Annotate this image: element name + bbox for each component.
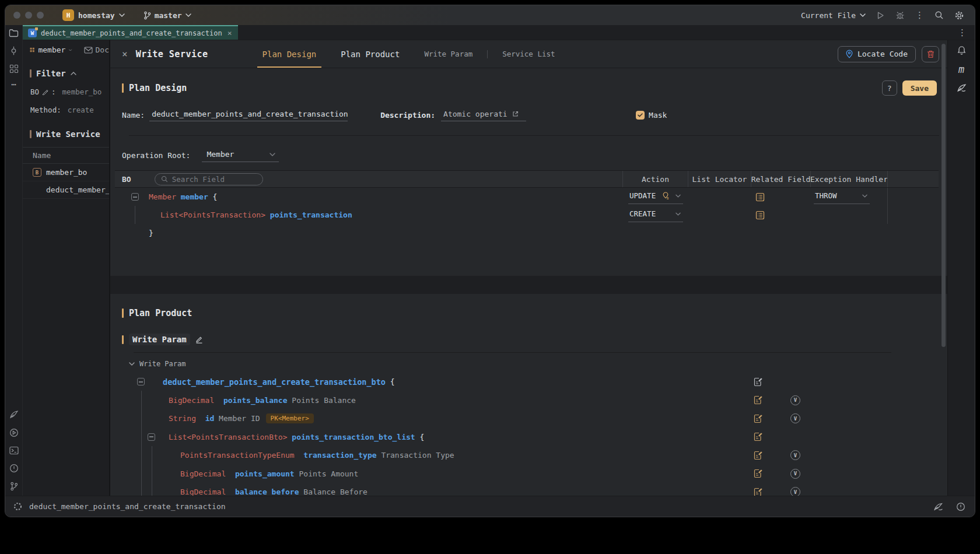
edit-pencil-icon[interactable] — [42, 89, 48, 95]
vertical-scrollbar[interactable] — [942, 44, 946, 347]
terminal-icon[interactable] — [9, 446, 19, 455]
validate-icon[interactable]: V — [790, 395, 800, 405]
delete-button[interactable] — [922, 46, 939, 62]
editor-options-kebab-icon[interactable]: ⋮ — [958, 27, 967, 38]
expand-editor-icon[interactable] — [512, 111, 519, 117]
editor-tab[interactable]: W deduct_member_points_and_create_transa… — [23, 25, 238, 40]
debug-icon[interactable] — [895, 11, 905, 20]
exception-handler-select[interactable]: THROW — [814, 190, 870, 204]
more-tool-windows-icon[interactable]: ⋯ — [11, 82, 16, 87]
tree-row[interactable]: String id Member ID PK<Member> — [110, 409, 947, 428]
method-filter-value[interactable]: create — [68, 106, 94, 114]
collapse-toggle-icon[interactable] — [148, 433, 155, 441]
problems-info-icon[interactable] — [956, 502, 965, 511]
branch-widget[interactable]: master — [144, 11, 191, 20]
action-select[interactable]: CREATE — [628, 208, 683, 222]
project-icon: H — [62, 9, 74, 21]
edit-note-icon[interactable] — [753, 414, 762, 423]
doc-tab[interactable]: Doc — [84, 45, 109, 54]
titlebar-more-menu-icon[interactable]: ⋮ — [915, 10, 924, 20]
close-detail-icon[interactable]: × — [122, 48, 128, 59]
search-input[interactable] — [172, 175, 248, 184]
related-field-list-icon[interactable] — [755, 192, 765, 202]
edit-note-icon[interactable] — [753, 488, 762, 496]
services-run-icon[interactable] — [9, 428, 19, 437]
tab-service-list[interactable]: Service List — [499, 40, 558, 68]
related-field-list-icon[interactable] — [755, 211, 765, 220]
tree-row[interactable]: List<PointsTransactionBto> points_transa… — [110, 428, 947, 447]
run-icon[interactable] — [876, 11, 885, 20]
tree-row[interactable]: deduct_member_points_and_create_transact… — [110, 373, 947, 391]
table-row[interactable]: List<PointsTransaction> points_transacti… — [115, 206, 939, 224]
structure-icon[interactable] — [9, 64, 19, 73]
edit-note-icon[interactable] — [753, 469, 762, 478]
edit-pencil-icon[interactable] — [195, 335, 203, 343]
validate-icon[interactable]: V — [790, 450, 800, 460]
chevron-down-icon — [186, 13, 191, 17]
window-close-button[interactable] — [13, 12, 20, 19]
list-item[interactable]: deduct_member_points_and_create_transact… — [23, 181, 109, 199]
collapse-toggle-icon[interactable] — [137, 378, 145, 385]
tree-row[interactable]: PointsTransactionTypeEnum transaction_ty… — [110, 446, 947, 465]
bo-filter-value[interactable]: member_bo — [62, 87, 102, 96]
help-button[interactable]: ? — [882, 80, 897, 96]
section-separator — [110, 276, 947, 294]
edit-note-icon[interactable] — [753, 451, 762, 460]
edit-note-icon[interactable] — [753, 377, 762, 387]
section-bar — [122, 335, 124, 344]
list-item[interactable]: B member_bo — [23, 164, 109, 181]
description-input[interactable]: Atomic operati — [441, 108, 526, 121]
notifications-bell-icon[interactable] — [957, 45, 967, 55]
bo-column-header: BO — [122, 175, 131, 184]
write-service-section-header[interactable]: Write Service — [30, 129, 109, 139]
assistant-quill-icon[interactable] — [9, 410, 19, 419]
run-configuration-select[interactable]: Current File — [801, 11, 866, 20]
divider — [129, 135, 939, 136]
table-row[interactable]: Member member { UPDATE — [115, 188, 939, 206]
tab-separator — [487, 50, 488, 58]
name-input[interactable]: deduct_member_points_and_create_transact… — [149, 108, 348, 121]
tree-row[interactable]: BigDecimal points_balance Points Balance — [110, 391, 947, 410]
locate-code-button[interactable]: Locate Code — [838, 46, 916, 62]
plan-design-table: BO Action List Locator — [115, 170, 939, 242]
operation-root-select[interactable]: Member — [202, 149, 279, 162]
plugin-bird-icon[interactable] — [957, 83, 967, 93]
search-icon[interactable] — [935, 10, 944, 20]
window-zoom-button[interactable] — [37, 12, 44, 19]
action-select[interactable]: UPDATE B — [628, 190, 683, 204]
project-folder-icon[interactable] — [9, 29, 19, 37]
svg-text:B: B — [667, 197, 669, 200]
module-select[interactable]: member — [38, 45, 65, 54]
validate-icon[interactable]: V — [790, 469, 800, 479]
project-widget[interactable]: H homestay — [62, 9, 125, 21]
ide-window: H homestay master Current File — [5, 5, 975, 517]
mask-checkbox[interactable] — [636, 111, 645, 120]
commit-icon[interactable] — [9, 46, 19, 55]
settings-gear-icon[interactable] — [954, 10, 964, 20]
problems-icon[interactable] — [9, 464, 19, 473]
feedback-megaphone-icon[interactable] — [933, 502, 943, 511]
table-row[interactable]: } — [115, 224, 939, 242]
edit-note-icon[interactable] — [753, 432, 762, 441]
search-field[interactable] — [155, 173, 263, 185]
save-button[interactable]: Save — [902, 80, 937, 96]
titlebar: H homestay master Current File — [5, 5, 975, 25]
window-minimize-button[interactable] — [25, 12, 32, 19]
edit-note-icon[interactable] — [753, 395, 762, 405]
validate-icon[interactable]: V — [790, 413, 800, 423]
tab-write-param[interactable]: Write Param — [421, 40, 475, 68]
collapse-toggle-icon[interactable] — [131, 193, 139, 201]
tab-plan-product[interactable]: Plan Product — [338, 40, 402, 68]
chevron-down-icon — [129, 362, 135, 366]
validate-icon[interactable]: V — [790, 487, 800, 496]
tab-close-icon[interactable]: × — [228, 29, 232, 37]
tree-row[interactable]: BigDecimal balance_before Balance Before — [110, 483, 947, 496]
write-param-group-toggle[interactable]: Write Param — [129, 360, 947, 368]
filter-section-header[interactable]: Filter — [30, 69, 109, 78]
maven-icon[interactable]: m — [958, 65, 964, 73]
tab-plan-design[interactable]: Plan Design — [260, 40, 320, 68]
branch-name: master — [155, 11, 182, 20]
tree-row[interactable]: BigDecimal points_amount Points Amount — [110, 465, 947, 483]
plan-design-section-title: Plan Design — [122, 83, 187, 93]
version-control-icon[interactable] — [10, 482, 18, 491]
